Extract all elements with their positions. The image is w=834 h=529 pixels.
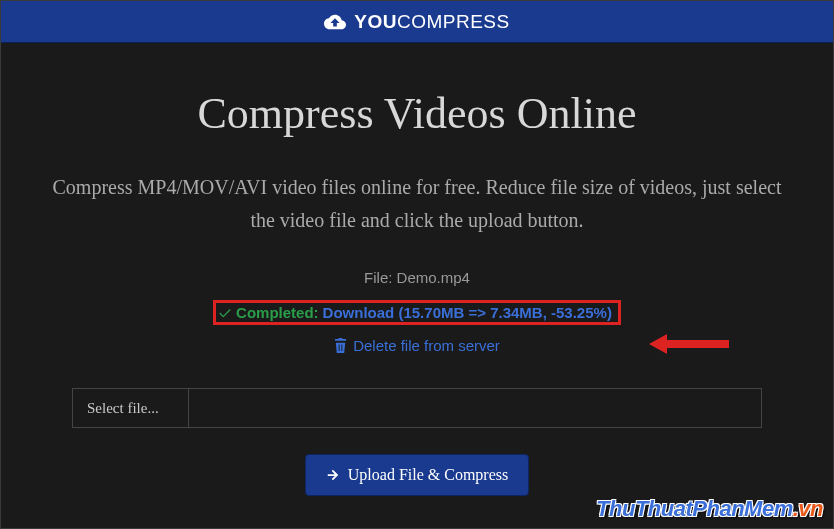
watermark-part2: .vn: [793, 496, 823, 521]
watermark: ThuThuatPhanMem.vn: [596, 496, 823, 522]
delete-link[interactable]: Delete file from server: [334, 337, 500, 354]
logo-bold: YOU: [354, 11, 397, 32]
arrow-right-icon: [326, 468, 340, 482]
upload-compress-button[interactable]: Upload File & Compress: [305, 454, 529, 496]
logo-light: COMPRESS: [397, 11, 510, 32]
completed-label: Completed:: [236, 304, 319, 321]
logo-text[interactable]: YOUCOMPRESS: [354, 11, 509, 33]
file-name-label: File: Demo.mp4: [41, 269, 793, 286]
download-link[interactable]: Download (15.70MB => 7.34MB, -53.25%): [323, 304, 612, 321]
file-select-row: Select file...: [41, 388, 793, 428]
page-title: Compress Videos Online: [41, 88, 793, 139]
status-row: Completed: Download (15.70MB => 7.34MB, …: [213, 300, 621, 325]
select-file-button[interactable]: Select file...: [73, 389, 189, 427]
watermark-part1: ThuThuatPhanMem: [596, 496, 793, 521]
main-content: Compress Videos Online Compress MP4/MOV/…: [1, 43, 833, 516]
check-icon: [218, 306, 232, 320]
file-select[interactable]: Select file...: [72, 388, 762, 428]
delete-label: Delete file from server: [353, 337, 500, 354]
file-path-display: [189, 389, 761, 427]
cloud-upload-icon: [324, 14, 346, 30]
trash-icon: [334, 338, 347, 353]
page-description: Compress MP4/MOV/AVI video files online …: [41, 171, 793, 237]
annotation-arrow: [649, 332, 729, 356]
header-bar: YOUCOMPRESS: [1, 1, 833, 43]
upload-button-label: Upload File & Compress: [348, 466, 508, 484]
